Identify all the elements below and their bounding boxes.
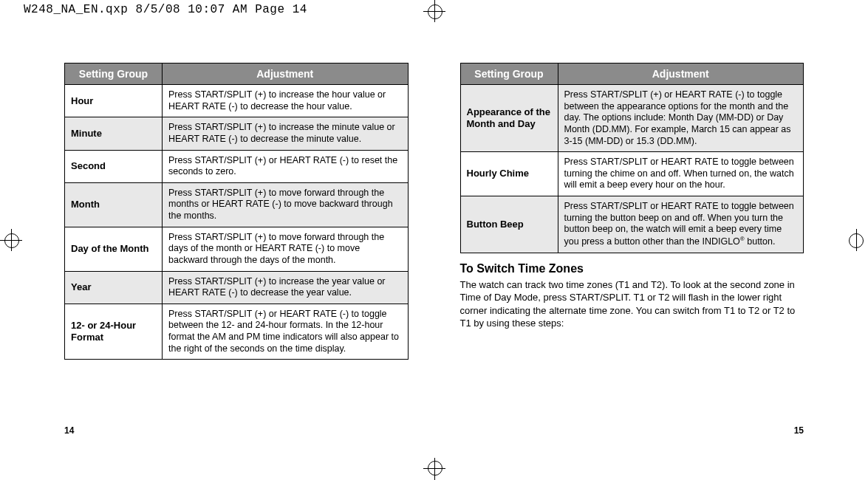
setting-group-label: 12- or 24-Hour Format (65, 304, 163, 360)
page-left: Setting Group Adjustment Hour Press STAR… (64, 63, 409, 436)
table-row: 12- or 24-Hour Format Press START/SPLIT … (65, 304, 409, 360)
table-row: Hourly Chime Press START/SPLIT or HEART … (460, 152, 804, 196)
table-row: Month Press START/SPLIT (+) to move forw… (65, 182, 409, 227)
col-header-group: Setting Group (65, 64, 163, 85)
setting-adjustment-text: Press START/SPLIT (+) or HEART RATE (-) … (163, 150, 409, 182)
setting-group-label: Minute (65, 117, 163, 150)
page-number-right: 15 (460, 416, 804, 436)
setting-adjustment-text: Press START/SPLIT (+) to increase the mi… (163, 117, 409, 150)
setting-adjustment-text: Press START/SPLIT (+) to move forward th… (163, 227, 409, 271)
table-row: Second Press START/SPLIT (+) or HEART RA… (65, 150, 409, 182)
table-row: Day of the Month Press START/SPLIT (+) t… (65, 227, 409, 271)
setting-adjustment-text: Press START/SPLIT (+) to move forward th… (163, 182, 409, 227)
settings-table-left: Setting Group Adjustment Hour Press STAR… (64, 63, 409, 360)
setting-group-label: Month (65, 182, 163, 227)
setting-adjustment-text: Press START/SPLIT or HEART RATE to toggl… (558, 196, 804, 253)
setting-group-label: Appearance of the Month and Day (460, 85, 558, 152)
page-right: Setting Group Adjustment Appearance of t… (460, 63, 804, 436)
page-number-left: 14 (64, 416, 409, 436)
settings-table-right: Setting Group Adjustment Appearance of t… (460, 63, 804, 253)
setting-group-label: Hour (65, 85, 163, 117)
setting-group-label: Hourly Chime (460, 152, 558, 196)
table-row: Appearance of the Month and Day Press ST… (460, 85, 804, 152)
table-row: Hour Press START/SPLIT (+) to increase t… (65, 85, 409, 117)
col-header-adjustment: Adjustment (163, 64, 409, 85)
table-row: Year Press START/SPLIT (+) to increase t… (65, 271, 409, 304)
setting-group-label: Second (65, 150, 163, 182)
adj-suffix: button. (745, 236, 776, 247)
col-header-adjustment: Adjustment (558, 64, 804, 85)
section-body-text: The watch can track two time zones (T1 a… (460, 278, 804, 330)
prepress-header: W248_NA_EN.qxp 8/5/08 10:07 AM Page 14 (24, 3, 307, 16)
table-row: Button Beep Press START/SPLIT or HEART R… (460, 196, 804, 253)
setting-adjustment-text: Press START/SPLIT (+) to increase the ho… (163, 85, 409, 117)
setting-adjustment-text: Press START/SPLIT (+) or HEART RATE (-) … (163, 304, 409, 360)
setting-adjustment-text: Press START/SPLIT or HEART RATE to toggl… (558, 152, 804, 196)
setting-group-label: Year (65, 271, 163, 304)
table-row: Minute Press START/SPLIT (+) to increase… (65, 117, 409, 150)
col-header-group: Setting Group (460, 64, 558, 85)
section-heading-switch-time-zones: To Switch Time Zones (460, 262, 804, 275)
setting-group-label: Day of the Month (65, 227, 163, 271)
setting-adjustment-text: Press START/SPLIT (+) or HEART RATE (-) … (558, 85, 804, 152)
setting-group-label: Button Beep (460, 196, 558, 253)
setting-adjustment-text: Press START/SPLIT (+) to increase the ye… (163, 271, 409, 304)
